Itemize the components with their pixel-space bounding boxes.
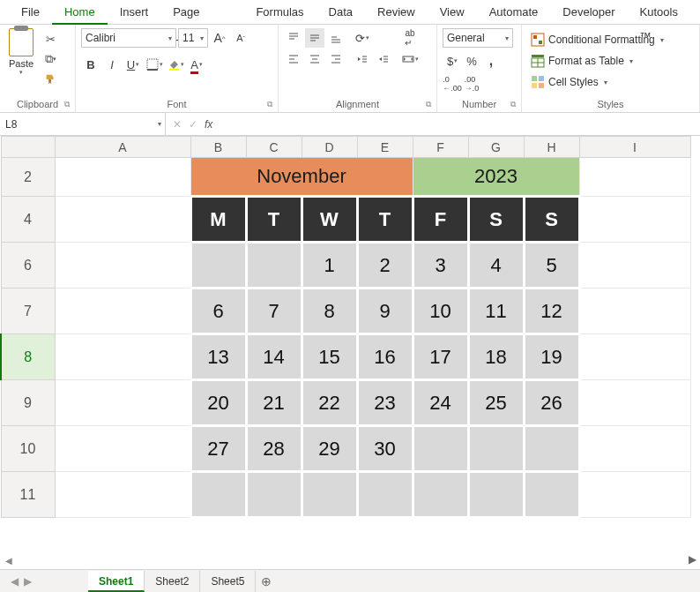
day-cell[interactable]: 16 bbox=[357, 334, 413, 380]
tab-nav-prev-icon[interactable]: ◀ bbox=[11, 575, 19, 588]
column-header[interactable]: G bbox=[468, 137, 524, 158]
cell[interactable] bbox=[55, 472, 190, 518]
ribbon-tab-view[interactable]: View bbox=[428, 0, 477, 25]
day-cell[interactable]: 8 bbox=[302, 289, 357, 334]
ribbon-tab-review[interactable]: Review bbox=[365, 0, 428, 25]
wrap-text-button[interactable]: ab↵ bbox=[400, 28, 420, 48]
dow-cell[interactable]: T bbox=[246, 197, 302, 243]
day-cell[interactable]: 13 bbox=[190, 334, 246, 380]
dow-cell[interactable]: W bbox=[302, 197, 357, 243]
scroll-left-icon[interactable]: ◀ bbox=[5, 556, 12, 566]
name-box[interactable]: L8▾ bbox=[0, 113, 166, 135]
day-cell[interactable]: 22 bbox=[302, 380, 357, 426]
day-cell[interactable]: 18 bbox=[468, 334, 524, 380]
cell[interactable] bbox=[55, 426, 190, 472]
row-header[interactable]: 11 bbox=[1, 472, 55, 518]
comma-format-button[interactable]: , bbox=[481, 51, 501, 71]
month-cell[interactable]: November bbox=[190, 158, 413, 197]
italic-button[interactable]: I bbox=[102, 55, 122, 74]
decrease-font-icon[interactable]: Aˇ bbox=[231, 28, 250, 48]
scroll-right-icon[interactable]: ▶ bbox=[684, 551, 700, 567]
clipboard-launcher[interactable]: ⧉ bbox=[64, 100, 70, 109]
day-cell[interactable]: 21 bbox=[246, 380, 302, 426]
cell[interactable] bbox=[579, 472, 690, 518]
day-cell[interactable]: 15 bbox=[302, 334, 357, 380]
cell[interactable] bbox=[579, 334, 690, 380]
day-cell[interactable]: 26 bbox=[524, 380, 579, 426]
day-cell[interactable]: 9 bbox=[357, 289, 413, 334]
cancel-formula-icon[interactable]: ✕ bbox=[173, 118, 182, 131]
ribbon-tab-formulas[interactable]: Formulas bbox=[243, 0, 316, 25]
day-cell[interactable] bbox=[413, 472, 468, 518]
font-name-combo[interactable]: Calibri▾ bbox=[81, 28, 176, 48]
conditional-formatting-button[interactable]: Conditional Formatting▾ bbox=[527, 30, 667, 49]
sheet-tab[interactable]: Sheet5 bbox=[200, 571, 256, 592]
day-cell[interactable]: 25 bbox=[468, 380, 524, 426]
align-bottom-icon[interactable] bbox=[326, 28, 346, 48]
day-cell[interactable]: 27 bbox=[190, 426, 246, 472]
select-all-button[interactable] bbox=[1, 137, 55, 158]
day-cell[interactable]: 17 bbox=[413, 334, 468, 380]
sheet-tab[interactable]: Sheet2 bbox=[145, 571, 200, 592]
day-cell[interactable] bbox=[468, 426, 524, 472]
day-cell[interactable] bbox=[246, 243, 302, 289]
cell[interactable] bbox=[579, 426, 690, 472]
day-cell[interactable]: 29 bbox=[302, 426, 357, 472]
day-cell[interactable]: 24 bbox=[413, 380, 468, 426]
decrease-decimal-icon[interactable]: .00→.0 bbox=[462, 74, 481, 94]
enter-formula-icon[interactable]: ✓ bbox=[189, 118, 197, 131]
day-cell[interactable] bbox=[190, 243, 246, 289]
day-cell[interactable] bbox=[246, 472, 302, 518]
font-size-combo[interactable]: 11▾ bbox=[178, 28, 208, 48]
cell[interactable] bbox=[579, 380, 690, 426]
day-cell[interactable]: 4 bbox=[468, 243, 524, 289]
ribbon-tab-data[interactable]: Data bbox=[316, 0, 365, 25]
copy-button[interactable]: ⧉▾ bbox=[41, 50, 60, 68]
cell[interactable] bbox=[55, 197, 190, 243]
day-cell[interactable]: 5 bbox=[524, 243, 579, 289]
align-right-icon[interactable] bbox=[326, 49, 346, 69]
day-cell[interactable]: 11 bbox=[468, 289, 524, 334]
column-header[interactable]: I bbox=[579, 137, 690, 158]
tab-nav-next-icon[interactable]: ▶ bbox=[24, 575, 32, 588]
increase-indent-icon[interactable] bbox=[374, 49, 393, 69]
dow-cell[interactable]: M bbox=[190, 197, 246, 243]
cell-styles-button[interactable]: Cell Styles▾ bbox=[527, 72, 667, 92]
column-header[interactable]: B bbox=[190, 137, 246, 158]
day-cell[interactable]: 7 bbox=[246, 289, 302, 334]
cell[interactable] bbox=[579, 197, 690, 243]
cell[interactable] bbox=[55, 334, 190, 380]
cell[interactable] bbox=[579, 158, 690, 197]
font-color-button[interactable]: A bbox=[187, 55, 206, 74]
dow-cell[interactable]: S bbox=[524, 197, 579, 243]
dow-cell[interactable]: T bbox=[357, 197, 413, 243]
bold-button[interactable]: B bbox=[81, 55, 101, 74]
borders-button[interactable] bbox=[145, 55, 164, 74]
day-cell[interactable]: 1 bbox=[302, 243, 357, 289]
column-header[interactable]: H bbox=[524, 137, 579, 158]
alignment-launcher[interactable]: ⧉ bbox=[426, 100, 431, 109]
dow-cell[interactable]: F bbox=[413, 197, 468, 243]
dow-cell[interactable]: S bbox=[468, 197, 524, 243]
ribbon-tab-insert[interactable]: Insert bbox=[108, 0, 161, 25]
day-cell[interactable]: 12 bbox=[524, 289, 579, 334]
sheet-tab[interactable]: Sheet1 bbox=[88, 571, 145, 592]
day-cell[interactable]: 30 bbox=[357, 426, 413, 472]
font-launcher[interactable]: ⧉ bbox=[267, 100, 272, 109]
formula-input[interactable] bbox=[220, 113, 700, 135]
row-header[interactable]: 2 bbox=[1, 158, 55, 197]
row-header[interactable]: 8 bbox=[1, 334, 55, 380]
align-left-icon[interactable] bbox=[284, 49, 303, 69]
decrease-indent-icon[interactable] bbox=[353, 49, 372, 69]
format-painter-button[interactable] bbox=[41, 71, 60, 88]
day-cell[interactable]: 2 bbox=[357, 243, 413, 289]
day-cell[interactable] bbox=[524, 426, 579, 472]
column-header[interactable]: D bbox=[302, 137, 357, 158]
day-cell[interactable]: 14 bbox=[246, 334, 302, 380]
cell[interactable] bbox=[579, 289, 690, 334]
column-header[interactable]: A bbox=[55, 137, 190, 158]
increase-font-icon[interactable]: A^ bbox=[210, 28, 229, 48]
ribbon-tab-kutools-[interactable]: Kutools ™ bbox=[628, 0, 700, 25]
row-header[interactable]: 6 bbox=[1, 243, 55, 289]
day-cell[interactable]: 3 bbox=[413, 243, 468, 289]
